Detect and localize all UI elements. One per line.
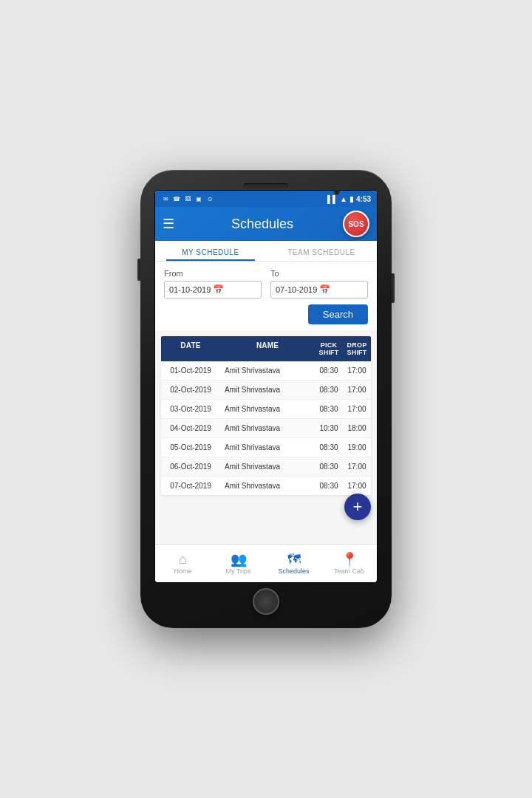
sos-button[interactable]: SOS [343,211,369,237]
table-row[interactable]: 04-Oct-2019 Amit Shrivastava 10:30 18:00 [161,419,371,438]
hamburger-menu[interactable]: ☰ [163,216,174,232]
from-date-input[interactable]: 01-10-2019 📅 [164,281,262,299]
tab-bar: MY SCHEDULE TEAM SCHEDULE [155,241,377,262]
to-date-group: To 07-10-2019 📅 [270,269,368,299]
add-schedule-fab[interactable]: + [344,494,371,520]
cell-drop-shift: 17:00 [343,400,371,418]
cell-name: Amit Shrivastava [220,457,315,476]
cell-pick-shift: 08:30 [315,400,343,418]
wifi-icon: ▣ [194,195,203,202]
header-date: Date [161,336,220,361]
schedule-table: Date Name PickShift DropShift 01-Oct-201… [161,336,371,495]
to-calendar-icon[interactable]: 📅 [319,284,363,295]
header-drop-shift: DropShift [343,336,371,361]
tab-my-schedule[interactable]: MY SCHEDULE [155,241,266,261]
camera [334,189,340,195]
cell-drop-shift: 17:00 [343,457,371,476]
cell-date: 07-Oct-2019 [161,477,220,495]
cell-drop-shift: 17:00 [343,477,371,495]
nav-home[interactable]: ⌂ Home [155,545,211,582]
schedules-icon: 🗺 [287,553,301,566]
table-body: 01-Oct-2019 Amit Shrivastava 08:30 17:00… [161,361,371,495]
team-cab-icon: 📍 [341,553,358,566]
cell-name: Amit Shrivastava [220,477,315,495]
cell-name: Amit Shrivastava [220,438,315,457]
time-display: 4:53 [356,195,371,203]
table-header: Date Name PickShift DropShift [161,336,371,361]
circle-icon: ⊙ [205,195,214,202]
table-row[interactable]: 02-Oct-2019 Amit Shrivastava 08:30 17:00 [161,381,371,400]
battery-icon: ▮ [349,195,354,203]
cell-pick-shift: 08:30 [315,381,343,399]
table-row[interactable]: 05-Oct-2019 Amit Shrivastava 08:30 19:00 [161,438,371,457]
status-icons-left: ✉ ☎ 🖼 ▣ ⊙ [161,195,214,202]
nav-team-cab[interactable]: 📍 Team Cab [321,545,377,582]
from-date-group: From 01-10-2019 📅 [164,269,262,299]
nav-schedules-label: Schedules [278,567,309,575]
home-button[interactable] [253,588,279,615]
status-right: ▌▌ ▲ ▮ 4:53 [327,195,371,203]
app-title: Schedules [182,216,343,232]
wifi-signal-icon: ▲ [340,195,347,203]
cell-date: 06-Oct-2019 [161,457,220,476]
fab-container: + [161,499,371,520]
app-bar: ☰ Schedules SOS [155,207,377,241]
my-trips-icon: 👥 [231,553,247,566]
from-date-value: 01-10-2019 [169,285,213,294]
bottom-nav: ⌂ Home 👥 My Trips 🗺 Schedules 📍 Team Cab [155,544,377,582]
table-row[interactable]: 07-Oct-2019 Amit Shrivastava 08:30 17:00 [161,477,371,495]
cell-drop-shift: 19:00 [343,438,371,457]
cell-date: 03-Oct-2019 [161,400,220,418]
cell-drop-shift: 17:00 [343,381,371,399]
nav-my-trips[interactable]: 👥 My Trips [211,545,266,582]
cell-date: 05-Oct-2019 [161,438,220,457]
cell-name: Amit Shrivastava [220,381,315,399]
search-row: Search [164,304,368,324]
volume-button [137,259,140,281]
nav-home-label: Home [174,567,191,575]
cell-pick-shift: 08:30 [315,361,343,380]
nav-schedules[interactable]: 🗺 Schedules [266,545,321,582]
nav-my-trips-label: My Trips [225,567,250,575]
cell-name: Amit Shrivastava [220,361,315,380]
cell-name: Amit Shrivastava [220,400,315,418]
cell-date: 04-Oct-2019 [161,419,220,437]
status-bar: ✉ ☎ 🖼 ▣ ⊙ ▌▌ ▲ ▮ 4:53 [155,191,377,207]
phone-icon: ☎ [172,195,181,202]
phone-frame: ✉ ☎ 🖼 ▣ ⊙ ▌▌ ▲ ▮ 4:53 ☰ Schedules SOS MY… [140,170,392,628]
to-date-value: 07-10-2019 [276,285,319,294]
cell-pick-shift: 10:30 [315,419,343,437]
date-row: From 01-10-2019 📅 To 07-10-2019 📅 [164,269,368,299]
cell-pick-shift: 08:30 [315,438,343,457]
content-area: From 01-10-2019 📅 To 07-10-2019 📅 [155,262,377,544]
tab-team-schedule[interactable]: TEAM SCHEDULE [266,241,377,261]
from-calendar-icon[interactable]: 📅 [213,284,256,295]
table-row[interactable]: 03-Oct-2019 Amit Shrivastava 08:30 17:00 [161,400,371,419]
date-filter: From 01-10-2019 📅 To 07-10-2019 📅 [155,262,377,330]
header-pick-shift: PickShift [315,336,343,361]
nav-team-cab-label: Team Cab [334,567,364,575]
header-name: Name [220,336,315,361]
img-icon: 🖼 [183,195,192,202]
power-button [392,273,395,303]
cell-name: Amit Shrivastava [220,419,315,437]
speaker [244,183,288,188]
cell-pick-shift: 08:30 [315,477,343,495]
cell-date: 01-Oct-2019 [161,361,220,380]
cell-date: 02-Oct-2019 [161,381,220,399]
search-button[interactable]: Search [308,304,368,324]
cell-drop-shift: 18:00 [343,419,371,437]
cell-pick-shift: 08:30 [315,457,343,476]
msg-icon: ✉ [161,195,170,202]
phone-screen: ✉ ☎ 🖼 ▣ ⊙ ▌▌ ▲ ▮ 4:53 ☰ Schedules SOS MY… [155,191,377,582]
cell-drop-shift: 17:00 [343,361,371,380]
table-row[interactable]: 01-Oct-2019 Amit Shrivastava 08:30 17:00 [161,361,371,381]
table-row[interactable]: 06-Oct-2019 Amit Shrivastava 08:30 17:00 [161,457,371,477]
from-label: From [164,269,262,278]
signal-icon: ▌▌ [327,195,338,203]
to-date-input[interactable]: 07-10-2019 📅 [270,281,368,299]
home-icon: ⌂ [179,553,187,566]
to-label: To [270,269,368,278]
